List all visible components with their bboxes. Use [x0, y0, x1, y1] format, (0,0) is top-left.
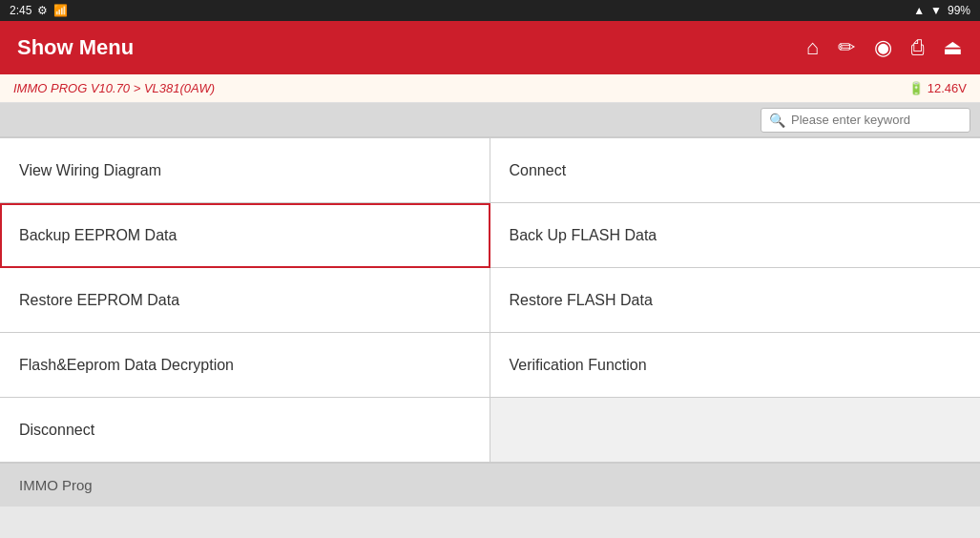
- breadcrumb-path: IMMO PROG V10.70 > VL381(0AW): [13, 81, 215, 95]
- search-input[interactable]: [791, 113, 962, 127]
- battery-voltage: 12.46V: [928, 81, 967, 95]
- menu-item-restore-eeprom[interactable]: Restore EEPROM Data: [0, 268, 490, 333]
- menu-item-flash-eeprom-decrypt[interactable]: Flash&Eeprom Data Decryption: [0, 333, 490, 398]
- home-icon[interactable]: ⌂: [806, 35, 819, 60]
- settings-icon: ⚙: [37, 4, 48, 17]
- search-box[interactable]: 🔍: [761, 108, 970, 133]
- wifi-icon: ▲: [913, 4, 925, 17]
- battery-percent: 99%: [948, 4, 970, 17]
- header-icons: ⌂ ✏ ◉ ⎙ ⏏: [806, 35, 963, 60]
- header-title: Show Menu: [17, 35, 134, 60]
- power-icon[interactable]: ⏏: [943, 35, 963, 60]
- menu-item-view-wiring[interactable]: View Wiring Diagram: [0, 138, 490, 203]
- edit-icon[interactable]: ✏: [838, 35, 855, 60]
- time: 2:45: [10, 4, 31, 17]
- menu-item-backup-flash[interactable]: Back Up FLASH Data: [490, 203, 981, 268]
- print-icon[interactable]: ⎙: [911, 35, 924, 60]
- network-icon: ▼: [930, 4, 942, 17]
- status-right: ▲ ▼ 99%: [913, 4, 970, 17]
- footer-row: IMMO Prog: [0, 463, 980, 507]
- battery-info: 🔋 12.46V: [908, 81, 967, 95]
- signal-icon: 📶: [53, 4, 68, 17]
- menu-item-connect[interactable]: Connect: [490, 138, 981, 203]
- menu-item-empty: [490, 398, 981, 463]
- breadcrumb-bar: IMMO PROG V10.70 > VL381(0AW) 🔋 12.46V: [0, 74, 980, 103]
- status-left: 2:45 ⚙ 📶: [10, 4, 68, 17]
- menu-item-restore-flash[interactable]: Restore FLASH Data: [490, 268, 981, 333]
- menu-grid: View Wiring Diagram Connect Backup EEPRO…: [0, 137, 980, 463]
- user-icon[interactable]: ◉: [874, 35, 892, 60]
- search-bar: 🔍: [0, 103, 980, 137]
- menu-item-verification[interactable]: Verification Function: [490, 333, 981, 398]
- battery-icon: 🔋: [908, 81, 924, 95]
- menu-item-backup-eeprom[interactable]: Backup EEPROM Data: [0, 203, 490, 268]
- header: Show Menu ⌂ ✏ ◉ ⎙ ⏏: [0, 21, 980, 74]
- menu-item-disconnect[interactable]: Disconnect: [0, 398, 490, 463]
- status-bar: 2:45 ⚙ 📶 ▲ ▼ 99%: [0, 0, 980, 21]
- search-icon: 🔍: [769, 113, 785, 128]
- footer-label: IMMO Prog: [19, 477, 93, 493]
